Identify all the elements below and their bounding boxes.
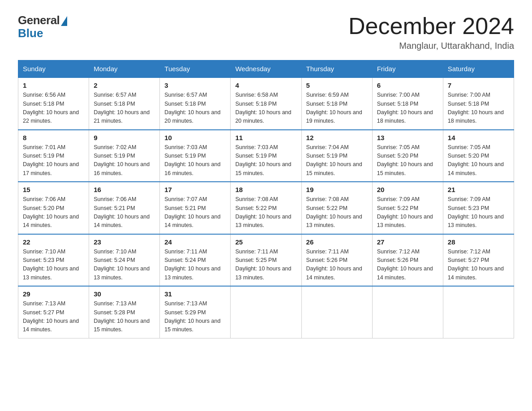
table-row: 13Sunrise: 7:05 AMSunset: 5:20 PMDayligh…: [372, 130, 443, 182]
day-number: 11: [235, 134, 296, 141]
day-info: Sunrise: 7:11 AMSunset: 5:24 PMDaylight:…: [164, 248, 226, 283]
calendar-week-2: 8Sunrise: 7:01 AMSunset: 5:19 PMDaylight…: [18, 130, 514, 182]
table-row: 12Sunrise: 7:04 AMSunset: 5:19 PMDayligh…: [301, 130, 372, 182]
day-info: Sunrise: 7:00 AMSunset: 5:18 PMDaylight:…: [448, 91, 509, 126]
day-number: 15: [23, 186, 84, 193]
day-number: 6: [377, 81, 438, 89]
day-info: Sunrise: 6:57 AMSunset: 5:18 PMDaylight:…: [164, 91, 226, 126]
day-number: 5: [306, 81, 368, 89]
header-friday: Friday: [372, 60, 443, 78]
table-row: 30Sunrise: 7:13 AMSunset: 5:28 PMDayligh…: [89, 286, 160, 338]
day-info: Sunrise: 7:13 AMSunset: 5:29 PMDaylight:…: [164, 300, 226, 334]
day-number: 9: [94, 134, 155, 141]
table-row: 8Sunrise: 7:01 AMSunset: 5:19 PMDaylight…: [18, 130, 89, 182]
day-info: Sunrise: 6:57 AMSunset: 5:18 PMDaylight:…: [94, 91, 155, 126]
calendar-header-row: SundayMondayTuesdayWednesdayThursdayFrid…: [18, 60, 514, 78]
table-row: 9Sunrise: 7:02 AMSunset: 5:19 PMDaylight…: [89, 130, 160, 182]
table-row: [301, 286, 372, 338]
day-info: Sunrise: 7:10 AMSunset: 5:23 PMDaylight:…: [23, 248, 84, 283]
table-row: 2Sunrise: 6:57 AMSunset: 5:18 PMDaylight…: [89, 77, 160, 130]
day-info: Sunrise: 7:05 AMSunset: 5:20 PMDaylight:…: [377, 143, 438, 178]
table-row: 15Sunrise: 7:06 AMSunset: 5:20 PMDayligh…: [18, 182, 89, 234]
day-info: Sunrise: 6:59 AMSunset: 5:18 PMDaylight:…: [306, 91, 368, 126]
logo-general-text: General: [18, 13, 60, 27]
day-info: Sunrise: 7:02 AMSunset: 5:19 PMDaylight:…: [94, 143, 155, 178]
logo-arrow-icon: [61, 16, 67, 26]
table-row: 25Sunrise: 7:11 AMSunset: 5:25 PMDayligh…: [231, 234, 301, 287]
table-row: 29Sunrise: 7:13 AMSunset: 5:27 PMDayligh…: [18, 286, 89, 338]
header-tuesday: Tuesday: [160, 60, 231, 78]
table-row: [443, 286, 514, 338]
day-number: 1: [23, 81, 84, 89]
day-number: 18: [235, 186, 296, 193]
location: Manglaur, Uttarakhand, India: [348, 41, 514, 51]
table-row: 24Sunrise: 7:11 AMSunset: 5:24 PMDayligh…: [160, 234, 231, 287]
header-sunday: Sunday: [18, 60, 89, 78]
table-row: 21Sunrise: 7:09 AMSunset: 5:23 PMDayligh…: [443, 182, 514, 234]
day-number: 21: [448, 186, 509, 193]
day-info: Sunrise: 7:10 AMSunset: 5:24 PMDaylight:…: [94, 248, 155, 283]
day-number: 28: [448, 238, 509, 246]
day-info: Sunrise: 7:06 AMSunset: 5:20 PMDaylight:…: [23, 195, 84, 230]
table-row: [372, 286, 443, 338]
header-monday: Monday: [89, 60, 160, 78]
table-row: 28Sunrise: 7:12 AMSunset: 5:27 PMDayligh…: [443, 234, 514, 287]
table-row: 10Sunrise: 7:03 AMSunset: 5:19 PMDayligh…: [160, 130, 231, 182]
day-number: 17: [164, 186, 226, 193]
day-number: 12: [306, 134, 368, 141]
day-number: 16: [94, 186, 155, 193]
table-row: 11Sunrise: 7:03 AMSunset: 5:19 PMDayligh…: [231, 130, 301, 182]
day-number: 23: [94, 238, 155, 246]
day-info: Sunrise: 7:01 AMSunset: 5:19 PMDaylight:…: [23, 143, 84, 178]
table-row: 5Sunrise: 6:59 AMSunset: 5:18 PMDaylight…: [301, 77, 372, 130]
table-row: 27Sunrise: 7:12 AMSunset: 5:26 PMDayligh…: [372, 234, 443, 287]
day-number: 26: [306, 238, 368, 246]
calendar-week-3: 15Sunrise: 7:06 AMSunset: 5:20 PMDayligh…: [18, 182, 514, 234]
day-number: 14: [448, 134, 509, 141]
table-row: 23Sunrise: 7:10 AMSunset: 5:24 PMDayligh…: [89, 234, 160, 287]
day-info: Sunrise: 7:13 AMSunset: 5:28 PMDaylight:…: [94, 300, 155, 334]
day-info: Sunrise: 7:08 AMSunset: 5:22 PMDaylight:…: [306, 195, 368, 230]
day-info: Sunrise: 6:58 AMSunset: 5:18 PMDaylight:…: [235, 91, 296, 126]
day-info: Sunrise: 7:07 AMSunset: 5:21 PMDaylight:…: [164, 195, 226, 230]
calendar-table: SundayMondayTuesdayWednesdayThursdayFrid…: [18, 60, 514, 338]
day-number: 20: [377, 186, 438, 193]
table-row: 20Sunrise: 7:09 AMSunset: 5:22 PMDayligh…: [372, 182, 443, 234]
day-info: Sunrise: 7:09 AMSunset: 5:23 PMDaylight:…: [448, 195, 509, 230]
day-number: 3: [164, 81, 226, 89]
table-row: [231, 286, 301, 338]
day-number: 31: [164, 290, 226, 298]
day-number: 25: [235, 238, 296, 246]
day-info: Sunrise: 7:03 AMSunset: 5:19 PMDaylight:…: [164, 143, 226, 178]
table-row: 6Sunrise: 7:00 AMSunset: 5:18 PMDaylight…: [372, 77, 443, 130]
day-number: 22: [23, 238, 84, 246]
day-number: 19: [306, 186, 368, 193]
header-thursday: Thursday: [301, 60, 372, 78]
day-info: Sunrise: 7:13 AMSunset: 5:27 PMDaylight:…: [23, 300, 84, 334]
page-header: General Blue December 2024 Manglaur, Utt…: [18, 13, 514, 51]
table-row: 4Sunrise: 6:58 AMSunset: 5:18 PMDaylight…: [231, 77, 301, 130]
table-row: 31Sunrise: 7:13 AMSunset: 5:29 PMDayligh…: [160, 286, 231, 338]
day-number: 13: [377, 134, 438, 141]
day-info: Sunrise: 7:11 AMSunset: 5:26 PMDaylight:…: [306, 248, 368, 283]
day-info: Sunrise: 7:08 AMSunset: 5:22 PMDaylight:…: [235, 195, 296, 230]
table-row: 1Sunrise: 6:56 AMSunset: 5:18 PMDaylight…: [18, 77, 89, 130]
day-number: 4: [235, 81, 296, 89]
header-saturday: Saturday: [443, 60, 514, 78]
table-row: 22Sunrise: 7:10 AMSunset: 5:23 PMDayligh…: [18, 234, 89, 287]
table-row: 7Sunrise: 7:00 AMSunset: 5:18 PMDaylight…: [443, 77, 514, 130]
day-info: Sunrise: 6:56 AMSunset: 5:18 PMDaylight:…: [23, 91, 84, 126]
day-info: Sunrise: 7:09 AMSunset: 5:22 PMDaylight:…: [377, 195, 438, 230]
table-row: 17Sunrise: 7:07 AMSunset: 5:21 PMDayligh…: [160, 182, 231, 234]
day-info: Sunrise: 7:12 AMSunset: 5:27 PMDaylight:…: [448, 248, 509, 283]
month-title: December 2024: [348, 13, 514, 39]
day-number: 24: [164, 238, 226, 246]
day-number: 29: [23, 290, 84, 298]
table-row: 26Sunrise: 7:11 AMSunset: 5:26 PMDayligh…: [301, 234, 372, 287]
day-info: Sunrise: 7:12 AMSunset: 5:26 PMDaylight:…: [377, 248, 438, 283]
day-number: 2: [94, 81, 155, 89]
table-row: 16Sunrise: 7:06 AMSunset: 5:21 PMDayligh…: [89, 182, 160, 234]
day-number: 30: [94, 290, 155, 298]
logo: General Blue: [18, 13, 67, 40]
title-section: December 2024 Manglaur, Uttarakhand, Ind…: [348, 13, 514, 51]
